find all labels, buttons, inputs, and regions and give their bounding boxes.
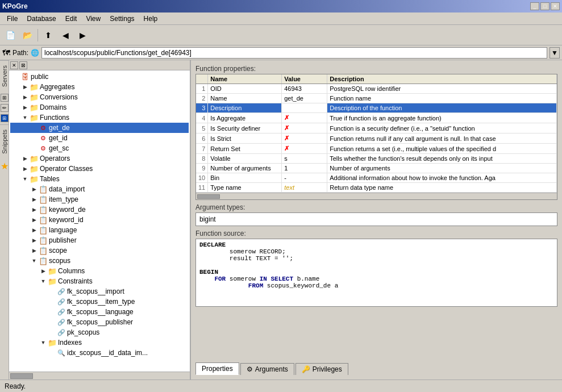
tree-item[interactable]: ⚙get_id — [10, 133, 189, 143]
tree-item[interactable]: ▶📁Domains — [10, 102, 189, 112]
tree-item[interactable]: 🔗fk_scopus__item_type — [10, 297, 189, 307]
tree-toggle[interactable]: ▼ — [30, 256, 39, 265]
tree-item[interactable]: 🔗fk_scopus__import — [10, 286, 189, 297]
menu-database[interactable]: Database — [22, 14, 60, 24]
tree-toggle[interactable] — [30, 134, 39, 143]
function-source-box[interactable]: DECLARE somerow RECORD; result TEXT = ''… — [195, 239, 557, 307]
tree-item[interactable]: ⚙get_sc — [10, 143, 189, 153]
tree-toggle[interactable]: ▶ — [20, 93, 30, 102]
table-row[interactable]: 3DescriptionDescription of the function — [196, 103, 557, 113]
address-dropdown[interactable]: ▼ — [549, 47, 560, 59]
tree-item[interactable]: ▶📋keyword_de — [10, 205, 189, 215]
window-controls[interactable]: _ □ ✕ — [530, 2, 560, 10]
side-tab-servers[interactable]: Servers — [0, 60, 9, 91]
up-button[interactable]: ⬆ — [40, 27, 56, 43]
tree-toggle[interactable]: ▶ — [20, 103, 30, 112]
tree-toggle[interactable]: ▶ — [39, 266, 48, 276]
tree-item[interactable]: 🔗pk_scopus — [10, 327, 189, 337]
forward-button[interactable]: ▶ — [74, 27, 90, 43]
tree-toggle[interactable] — [48, 287, 57, 296]
side-icon-2[interactable]: ✏ — [1, 104, 9, 112]
panel-close-btn[interactable]: ✕ — [10, 61, 18, 69]
new-button[interactable]: 📄 — [2, 27, 18, 43]
tree-toggle[interactable]: ▶ — [30, 226, 39, 235]
tree-item[interactable]: ▼📁Tables — [10, 174, 189, 184]
tree-item[interactable]: ▶📋data_import — [10, 184, 189, 194]
tree-item[interactable]: ▶📁Operators — [10, 153, 189, 164]
menu-help[interactable]: Help — [139, 14, 163, 24]
back-button[interactable]: ◀ — [57, 27, 73, 43]
table-row[interactable]: 5Is Security definer✗Function is a secur… — [196, 123, 557, 134]
tree-toggle[interactable] — [48, 348, 57, 357]
table-row[interactable]: 11Type nametextReturn data type name — [196, 183, 557, 193]
table-hscroll[interactable] — [196, 193, 557, 199]
table-row[interactable]: 4Is Aggregate✗True if function is an agg… — [196, 113, 557, 123]
menu-settings[interactable]: Settings — [105, 14, 139, 24]
tree-toggle[interactable] — [48, 328, 57, 337]
tree-container[interactable]: 🗄public▶📁Aggregates▶📁Conversions▶📁Domain… — [9, 70, 190, 372]
tree-item[interactable]: 🗄public — [10, 72, 189, 82]
close-button[interactable]: ✕ — [551, 2, 560, 10]
tree-item[interactable]: ▶📋publisher — [10, 235, 189, 245]
table-row[interactable]: 2Nameget_deFunction name — [196, 94, 557, 103]
star-icon[interactable]: ★ — [1, 161, 9, 172]
maximize-button[interactable]: □ — [540, 2, 549, 10]
tree-toggle[interactable] — [48, 307, 57, 316]
menu-edit[interactable]: Edit — [61, 14, 82, 24]
tree-item[interactable]: ▶📁Columns — [10, 266, 189, 276]
side-tab-snippets[interactable]: Snippets — [0, 124, 9, 159]
tree-item[interactable]: 🔍idx_scopus__id_data_im... — [10, 348, 189, 358]
tree-toggle[interactable] — [30, 144, 39, 153]
bottom-tab-properties[interactable]: Properties — [195, 362, 239, 375]
tree-toggle[interactable]: ▶ — [30, 205, 39, 214]
tree-item[interactable]: ▶📁Conversions — [10, 92, 189, 102]
menu-view[interactable]: View — [81, 14, 105, 24]
tree-item[interactable]: ⚙get_de — [10, 123, 189, 133]
table-row[interactable]: 8VolatilesTells whether the function's r… — [196, 154, 557, 164]
h-scroll-thumb[interactable] — [10, 373, 33, 379]
tree-item[interactable]: ▶📁Aggregates — [10, 82, 189, 92]
tree-item[interactable]: ▶📋language — [10, 225, 189, 235]
address-input[interactable] — [41, 47, 547, 59]
tree-toggle[interactable]: ▼ — [39, 277, 48, 286]
tree-item[interactable]: ▶📋keyword_id — [10, 215, 189, 225]
side-icon-3[interactable]: ⊞ — [1, 114, 9, 122]
table-row[interactable]: 10Bin-Additional information about how t… — [196, 173, 557, 183]
tree-item[interactable]: ▼📁Functions — [10, 112, 189, 123]
bottom-tab-privileges[interactable]: 🔑 Privileges — [295, 363, 348, 375]
tree-item[interactable]: ▼📁Indexes — [10, 337, 189, 348]
bottom-tab-arguments[interactable]: ⚙ Arguments — [240, 363, 294, 375]
tree-toggle[interactable] — [30, 123, 39, 132]
table-row[interactable]: 7Return Set✗Function returns a set (i.e.… — [196, 144, 557, 154]
table-row[interactable]: 6Is Strict✗Function returns null if any … — [196, 134, 557, 144]
tree-toggle[interactable] — [11, 72, 20, 81]
panel-expand-btn[interactable]: ⊠ — [19, 61, 27, 69]
table-row[interactable]: 1OID46943PostgreSQL row identifier — [196, 84, 557, 94]
tree-toggle[interactable]: ▶ — [30, 195, 39, 204]
tree-item[interactable]: ▼📋scopus — [10, 256, 189, 266]
tree-toggle[interactable]: ▼ — [39, 338, 48, 347]
tree-item[interactable]: ▶📋item_type — [10, 194, 189, 205]
minimize-button[interactable]: _ — [530, 2, 539, 10]
tree-toggle[interactable]: ▶ — [30, 215, 39, 224]
side-icon-1[interactable]: ⊞ — [1, 94, 9, 102]
tree-toggle[interactable]: ▶ — [20, 164, 30, 173]
table-hscroll-thumb[interactable] — [197, 194, 220, 199]
tree-toggle[interactable] — [48, 297, 57, 306]
tree-toggle[interactable]: ▶ — [30, 246, 39, 255]
menu-file[interactable]: File — [2, 14, 22, 24]
panel-bottom-scroll[interactable] — [9, 372, 190, 380]
tree-toggle[interactable]: ▶ — [30, 185, 39, 194]
tree-toggle[interactable]: ▼ — [20, 174, 30, 184]
tree-toggle[interactable]: ▶ — [30, 236, 39, 245]
tree-toggle[interactable]: ▼ — [20, 113, 30, 122]
table-row[interactable]: 9Number of arguments1Number of arguments — [196, 164, 557, 173]
open-button[interactable]: 📂 — [19, 27, 35, 43]
tree-item[interactable]: 🔗fk_scopus__publisher — [10, 317, 189, 327]
tree-toggle[interactable]: ▶ — [20, 82, 30, 91]
tree-item[interactable]: ▼📁Constraints — [10, 276, 189, 286]
tree-item[interactable]: ▶📁Operator Classes — [10, 164, 189, 174]
properties-scroll[interactable]: Name Value Description 1OID46943PostgreS… — [196, 74, 557, 193]
tree-toggle[interactable] — [48, 318, 57, 327]
tree-item[interactable]: 🔗fk_scopus__language — [10, 307, 189, 317]
